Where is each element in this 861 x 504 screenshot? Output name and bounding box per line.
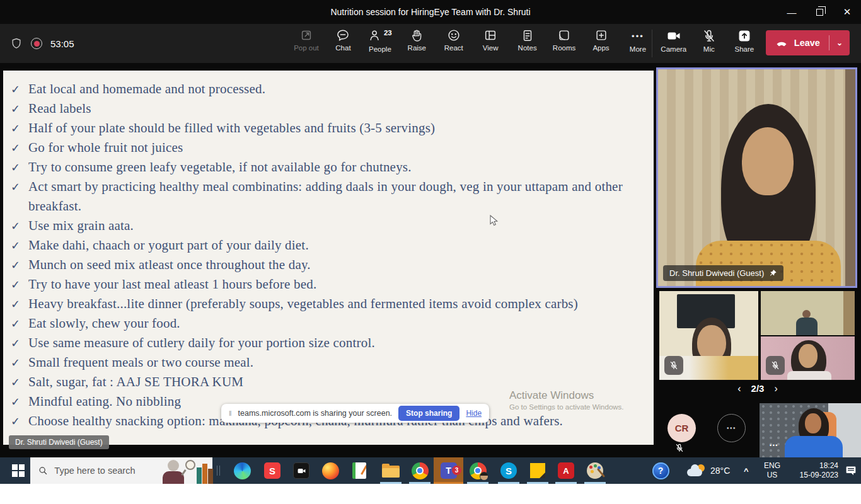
share-button[interactable]: Share — [731, 28, 758, 53]
shield-icon — [10, 37, 23, 50]
search-input[interactable] — [54, 466, 149, 476]
mic-button[interactable]: Mic — [695, 28, 723, 53]
taskbar-teams-icon-active[interactable]: T 3 — [434, 457, 463, 484]
share-icon — [737, 28, 752, 43]
edge-icon — [234, 462, 251, 479]
participant-video-thumbnail[interactable] — [761, 336, 855, 380]
screen-share-banner: ‖ teams.microsoft.com is sharing your sc… — [221, 404, 489, 423]
more-participants-button[interactable]: ••• — [717, 414, 746, 442]
search-box-artwork — [155, 457, 212, 484]
leave-button[interactable]: Leave — [766, 36, 829, 50]
taskbar-sticky-notes-icon[interactable] — [529, 462, 546, 479]
tray-overflow-button[interactable]: ^ — [744, 457, 749, 484]
check-icon: ✓ — [9, 158, 28, 177]
chevron-up-icon: ^ — [744, 466, 749, 476]
notification-icon — [845, 465, 857, 476]
taskbar-acrobat-icon[interactable]: A — [557, 462, 575, 479]
taskbar-notes-app-icon[interactable] — [350, 462, 368, 479]
taskbar-search-box[interactable] — [30, 457, 212, 484]
next-page-button[interactable]: › — [774, 381, 777, 397]
participant-video-thumbnail[interactable] — [659, 291, 758, 380]
drag-handle-icon[interactable]: ‖ — [229, 410, 232, 417]
date-label: 15-09-2023 — [800, 471, 838, 480]
activate-windows-watermark-sub: Go to Settings to activate Windows. — [509, 403, 624, 411]
pin-icon — [769, 269, 777, 277]
camera-button[interactable]: Camera — [660, 28, 688, 53]
people-button[interactable]: 23 People — [366, 28, 394, 53]
mic-muted-icon — [674, 443, 685, 453]
notes-button[interactable]: Notes — [514, 28, 541, 53]
title-bar: Nutrition session for HiringEye Team wit… — [0, 0, 861, 24]
video-art-shape — [785, 436, 843, 457]
list-item: ✓Use mix grain aata. — [9, 216, 651, 236]
close-icon: ✕ — [843, 6, 852, 18]
close-button[interactable]: ✕ — [833, 0, 861, 24]
start-button[interactable] — [6, 457, 30, 484]
toolbar-separator — [652, 30, 652, 57]
check-icon: ✓ — [9, 333, 28, 353]
more-button[interactable]: ••• More — [624, 28, 652, 53]
taskbar-file-explorer-icon[interactable] — [382, 462, 400, 479]
list-item: ✓Small frequent meals or two course meal… — [9, 353, 651, 372]
paint-icon — [587, 462, 603, 479]
check-icon: ✓ — [9, 314, 28, 333]
art-shape — [197, 467, 202, 484]
overflow-dots-icon: ••• — [727, 425, 736, 432]
more-dots-icon: ••• — [632, 28, 644, 43]
pinned-participant-video[interactable]: Dr. Shruti Dwivedi (Guest) — [656, 67, 857, 288]
teams-notification-badge: 3 — [452, 466, 461, 475]
chat-button[interactable]: Chat — [329, 28, 357, 53]
meeting-toolbar: 53:05 Pop out Chat 23 People Raise — [0, 24, 861, 63]
taskbar-video-app-icon[interactable] — [292, 462, 310, 479]
hide-banner-link[interactable]: Hide — [466, 409, 482, 418]
check-icon: ✓ — [9, 236, 28, 255]
video-overflow-dots-icon: ••• — [770, 442, 778, 449]
previous-page-button[interactable]: ‹ — [737, 381, 741, 397]
leave-options-button[interactable]: ⌄ — [829, 38, 850, 47]
view-button[interactable]: View — [477, 28, 504, 53]
rooms-button[interactable]: Rooms — [550, 28, 578, 53]
participant-video-thumbnail[interactable] — [761, 291, 855, 335]
weather-widget[interactable]: 28°C — [687, 457, 730, 484]
taskbar-clock[interactable]: 18:24 15-09-2023 — [793, 457, 838, 484]
check-icon: ✓ — [9, 372, 28, 392]
meeting-status-group: 53:05 — [10, 24, 74, 63]
call-controls: Camera Mic Share Leave ⌄ — [652, 28, 850, 57]
list-item: ✓Make dahi, chaach or yogurt part of you… — [9, 236, 651, 255]
red-s-app-icon: S — [264, 462, 280, 479]
taskbar-paint-icon[interactable] — [586, 462, 604, 479]
raise-hand-button[interactable]: Raise — [403, 28, 430, 53]
action-center-button[interactable] — [845, 457, 857, 484]
camera-icon — [666, 28, 681, 43]
apps-plus-icon — [594, 28, 608, 42]
taskbar-red-app-icon[interactable]: S — [263, 462, 281, 479]
pop-out-button[interactable]: Pop out — [292, 28, 320, 53]
search-icon — [38, 465, 48, 476]
stop-sharing-button[interactable]: Stop sharing — [398, 406, 459, 421]
react-button[interactable]: React — [440, 28, 468, 53]
taskbar-skype-icon[interactable]: S — [500, 462, 517, 479]
participant-video-thumbnail[interactable]: ••• — [760, 403, 861, 457]
taskbar-chrome-icon[interactable] — [411, 462, 429, 479]
mic-muted-icon — [669, 360, 679, 370]
activate-windows-watermark: Activate Windows — [509, 389, 594, 402]
video-art-shape — [799, 344, 818, 368]
file-explorer-icon — [382, 464, 400, 478]
art-shape — [182, 469, 187, 476]
check-icon: ✓ — [9, 353, 28, 372]
taskbar-help-icon[interactable]: ? — [652, 462, 669, 479]
restore-button[interactable] — [806, 0, 833, 24]
art-shape — [163, 471, 184, 484]
participant-avatar[interactable]: CR — [667, 414, 696, 442]
minimize-button[interactable]: — — [778, 0, 806, 24]
video-art-shape — [845, 69, 855, 286]
taskbar-chrome-profile-icon[interactable] — [469, 462, 487, 479]
rooms-icon — [557, 28, 571, 42]
list-item: ✓Try to consume green leafy vegetable, i… — [9, 158, 651, 177]
time-label: 18:24 — [819, 461, 838, 471]
language-indicator[interactable]: ENG US — [764, 457, 780, 484]
taskbar-edge-icon[interactable] — [233, 462, 251, 479]
firefox-icon — [322, 462, 339, 479]
apps-button[interactable]: Apps — [587, 28, 615, 53]
taskbar-firefox-icon[interactable] — [321, 462, 339, 479]
